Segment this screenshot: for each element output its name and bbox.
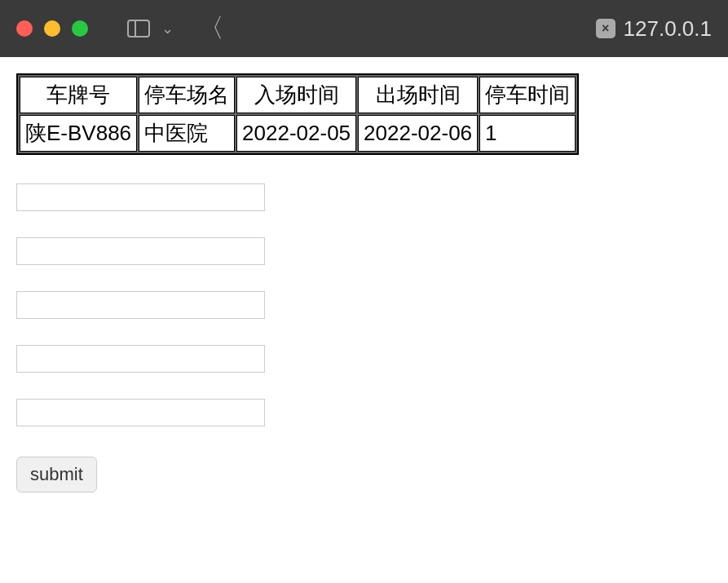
maximize-icon[interactable] [72,20,88,37]
table-row: 陕E-BV886 中医院 2022-02-05 2022-02-06 1 [20,115,576,152]
sidebar-toggle-button[interactable] [121,16,157,41]
sidebar-icon [127,20,150,38]
parking-table: 车牌号 停车场名 入场时间 出场时间 停车时间 陕E-BV886 中医院 202… [16,73,579,155]
submit-button[interactable]: submit [16,457,97,492]
table-header-row: 车牌号 停车场名 入场时间 出场时间 停车时间 [20,77,576,113]
col-duration: 停车时间 [479,77,576,113]
cell-out-time: 2022-02-06 [358,115,478,152]
col-plate: 车牌号 [20,77,137,113]
col-out-time: 出场时间 [358,77,478,113]
cell-duration: 1 [479,115,576,152]
page-content: 车牌号 停车场名 入场时间 出场时间 停车时间 陕E-BV886 中医院 202… [0,57,728,509]
input-field-4[interactable] [16,345,265,373]
address-bar[interactable]: × 127.0.0.1 [596,16,712,42]
input-form: submit [16,183,712,492]
chevron-down-icon[interactable]: ⌄ [161,20,174,38]
svg-rect-0 [128,20,149,37]
insecure-site-icon: × [596,19,615,38]
chevron-left-icon: 〈 [198,11,224,46]
input-field-1[interactable] [16,183,265,211]
input-field-5[interactable] [16,399,265,426]
url-text: 127.0.0.1 [624,16,712,42]
cell-in-time: 2022-02-05 [236,115,356,152]
cell-lot: 中医院 [139,115,235,152]
cell-plate: 陕E-BV886 [20,115,137,152]
window-controls [16,20,88,37]
browser-titlebar: ⌄ 〈 × 127.0.0.1 [0,0,728,57]
col-in-time: 入场时间 [236,77,356,113]
col-lot: 停车场名 [139,77,235,113]
input-field-2[interactable] [16,237,265,265]
back-button[interactable]: 〈 [190,11,232,46]
close-icon[interactable] [16,20,33,37]
input-field-3[interactable] [16,291,265,319]
minimize-icon[interactable] [44,20,60,37]
